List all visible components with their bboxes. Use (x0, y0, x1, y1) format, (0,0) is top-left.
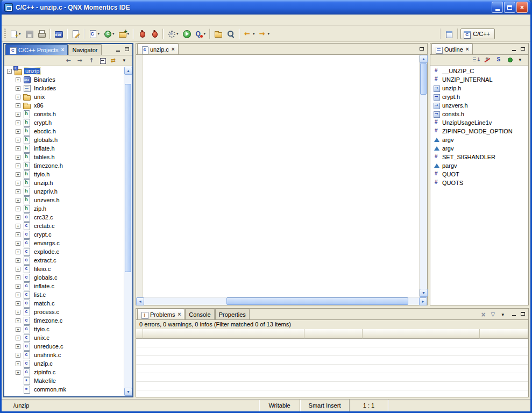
tree-item[interactable]: + ttyio.c (4, 325, 123, 333)
project-tree[interactable]: - unzip + Binaries + Includes + (4, 66, 132, 396)
toolbar-button[interactable] (209, 29, 210, 39)
view-toolbar-button[interactable] (75, 56, 85, 65)
tree-item[interactable]: + list.c (4, 290, 123, 299)
restore-button[interactable] (504, 2, 515, 13)
column-header[interactable] (304, 329, 363, 339)
maximize-view-button[interactable] (123, 45, 131, 53)
tree-expander[interactable]: + (16, 250, 20, 254)
menu-item[interactable] (64, 19, 73, 21)
toolbar-button[interactable] (23, 27, 35, 40)
scrollbar-thumb[interactable] (125, 84, 131, 272)
scroll-right-icon[interactable]: ► (419, 297, 427, 305)
tree-item[interactable]: + zipinfo.c (4, 368, 123, 376)
tree-expander[interactable]: + (16, 198, 20, 203)
view-toolbar-button[interactable] (483, 55, 492, 65)
tree-expander[interactable]: + (16, 86, 20, 91)
tree-expander[interactable]: + (16, 353, 20, 358)
dropdown-arrow-icon[interactable]: ▾ (268, 32, 270, 36)
tree-expander[interactable]: + (16, 258, 20, 263)
view-toolbar-button[interactable] (120, 56, 130, 65)
dropdown-arrow-icon[interactable]: ▾ (253, 32, 255, 36)
menu-item[interactable] (4, 19, 12, 21)
view-toolbar-button[interactable] (505, 55, 515, 65)
tab-navigator[interactable]: Navigator (68, 44, 101, 55)
tree-expander[interactable]: + (16, 344, 20, 349)
tab-problems[interactable]: Problems × (137, 309, 185, 319)
tree-item[interactable]: + envargs.c (4, 239, 123, 247)
tab-unzip-c[interactable]: unzip.c × (137, 44, 179, 54)
problems-table[interactable] (136, 339, 528, 397)
tree-expander[interactable]: + (16, 172, 20, 177)
dropdown-arrow-icon[interactable]: ▾ (127, 32, 130, 36)
tree-expander[interactable]: + (16, 189, 20, 194)
tree-item[interactable]: + globals.c (4, 273, 123, 282)
tree-expander[interactable]: + (16, 103, 20, 108)
tree-item[interactable]: common.mk (4, 385, 123, 394)
tree-expander[interactable]: - (7, 69, 12, 74)
view-toolbar-button[interactable] (64, 56, 74, 65)
tab-console[interactable]: Console (185, 309, 214, 319)
code-editor[interactable]: ▲ ▼ (136, 55, 427, 297)
tree-expander[interactable]: + (16, 267, 20, 272)
tree-item[interactable]: Makefile (4, 376, 123, 385)
outline-item[interactable]: unzvers.h (431, 101, 528, 110)
editor-hscrollbar[interactable]: ◄ ► (136, 297, 427, 305)
view-toolbar-button[interactable] (489, 310, 499, 319)
toolbar-grip[interactable] (4, 29, 6, 39)
scrollbar-thumb[interactable] (226, 297, 408, 305)
tree-expander[interactable]: + (16, 361, 20, 366)
outline-item[interactable]: ZIPINFO_MODE_OPTION (431, 127, 528, 136)
tab-properties[interactable]: Properties (215, 309, 250, 319)
scroll-up-icon[interactable]: ▲ (124, 67, 132, 75)
dropdown-arrow-icon[interactable]: ▾ (19, 32, 21, 36)
tree-expander[interactable]: + (16, 77, 20, 82)
toolbar-button[interactable] (49, 29, 51, 39)
toolbar-button[interactable] (239, 29, 240, 39)
minimize-view-button[interactable] (509, 310, 518, 318)
perspective-cpp-button[interactable]: C/C++ (460, 29, 495, 39)
tree-item[interactable]: + explode.c (4, 247, 123, 256)
outline-item[interactable]: pargv (431, 161, 528, 170)
toolbar-button[interactable] (148, 27, 160, 40)
tree-item[interactable]: + unzpriv.h (4, 187, 123, 196)
outline-item[interactable]: SET_SIGHANDLER (431, 153, 528, 161)
tree-item[interactable]: + extract.c (4, 256, 123, 265)
tree-expander[interactable]: + (16, 301, 20, 306)
tree-expander[interactable]: + (16, 215, 20, 220)
toolbar-button[interactable]: ▾ (117, 27, 131, 40)
outline-item[interactable]: UnzipUsageLine1v (431, 118, 528, 127)
tree-item[interactable]: + x86 (4, 101, 123, 110)
tree-scrollbar[interactable]: ▲ ▼ (124, 67, 132, 396)
tree-item[interactable]: + zip.h (4, 204, 123, 213)
scroll-left-icon[interactable]: ◄ (136, 297, 144, 305)
column-header[interactable] (143, 329, 304, 339)
outline-item[interactable]: QUOTS (431, 179, 528, 187)
tree-item[interactable]: + unreduce.c (4, 342, 123, 351)
tree-item[interactable]: + globals.h (4, 136, 123, 144)
toolbar-button[interactable] (36, 27, 47, 40)
tree-expander[interactable]: + (16, 232, 20, 237)
tree-item[interactable]: + match.c (4, 299, 123, 308)
tree-expander[interactable]: + (16, 112, 20, 117)
tree-item[interactable]: - unzip (4, 67, 123, 75)
outline-item[interactable]: consts.h (431, 110, 528, 118)
tree-item[interactable]: + process.c (4, 308, 123, 316)
tree-expander[interactable]: + (16, 370, 20, 375)
menu-item[interactable] (55, 19, 64, 21)
outline-item[interactable]: argv (431, 144, 528, 153)
tree-expander[interactable]: + (16, 293, 20, 297)
dropdown-arrow-icon[interactable]: ▾ (98, 32, 100, 36)
outline-item[interactable]: __UNZIP_C (431, 67, 528, 75)
toolbar-button[interactable]: ▾ (102, 27, 116, 40)
toolbar-button[interactable] (133, 29, 134, 39)
toolbar-button[interactable]: ▾ (257, 27, 272, 40)
toolbar-button[interactable]: ▾ (193, 27, 208, 40)
toolbar-button[interactable]: ▾ (166, 27, 180, 40)
tree-item[interactable]: + ttyio.h (4, 170, 123, 179)
tree-item[interactable]: + Binaries (4, 75, 123, 84)
close-icon[interactable]: × (61, 47, 65, 53)
tree-expander[interactable]: + (16, 163, 20, 168)
close-icon[interactable]: × (172, 46, 175, 52)
tree-item[interactable]: + unzvers.h (4, 196, 123, 204)
tree-item[interactable]: + crctab.c (4, 222, 123, 230)
